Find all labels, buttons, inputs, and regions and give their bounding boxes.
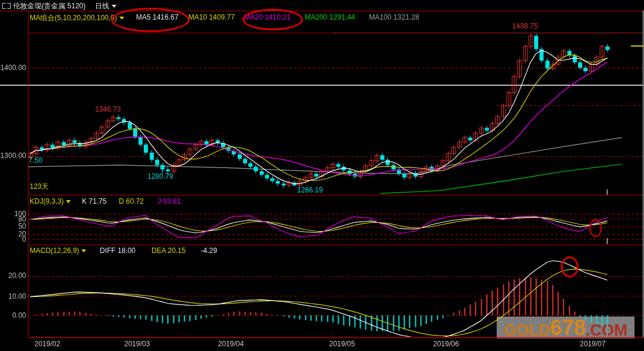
kdj-j-value: J 93.81 — [157, 197, 181, 205]
instrument-title: 伦敦金现(贵金属 5120) — [13, 1, 86, 11]
price-tag-mar-low: 1280.79 — [147, 172, 173, 181]
x-axis-label-mar: 2019/03 — [124, 340, 150, 348]
ma100-value: MA100 1321.28 — [369, 13, 419, 21]
period-selector[interactable]: 日线 — [95, 1, 116, 11]
macd-axis-10: 10.00 — [0, 292, 26, 301]
kdj-selector[interactable]: KDJ(9,3,3) — [30, 197, 71, 205]
trading-app-window: GOLD678.COM 伦敦金现(贵金属 5120) 日线 MA组合(5,10,… — [0, 0, 644, 351]
y-axis-label-1300: 1300.00 — [0, 151, 26, 160]
ma-group-selector[interactable]: MA组合(5,10,20,200,100,0) — [30, 13, 124, 23]
x-axis-label-may: 2019/05 — [329, 340, 355, 348]
chevron-down-icon — [112, 5, 116, 8]
macd-dea-value: DEA 20.15 — [151, 246, 185, 255]
annotation-ellipse-ma5 — [111, 8, 190, 32]
kdj-axis-50: 50 — [0, 222, 26, 230]
macd-axis-20: 20.00 — [0, 271, 26, 280]
macd-diff-value: DIFF 18.00 — [100, 246, 135, 255]
x-axis-label-feb: 2019/02 — [34, 340, 60, 348]
price-tag-feb-high: 1346.73 — [95, 105, 121, 113]
days-count-label: 123天 — [30, 182, 49, 192]
price-tag-period-high: 1438.75 — [512, 22, 538, 30]
ma10-value: MA10 1409.77 — [188, 13, 235, 21]
kdj-axis-0: 0 — [0, 235, 26, 244]
ma200-value: MA200 1291.44 — [305, 13, 355, 21]
x-axis-label-jul: 2019/07 — [580, 340, 605, 348]
kdj-k-value: K 71.75 — [82, 197, 106, 205]
chart-canvas[interactable] — [0, 0, 644, 351]
annotation-ellipse-macd — [561, 257, 579, 277]
price-tag-apr-low: 1266.19 — [297, 186, 323, 194]
price-tag-left-edge: 7.50 — [29, 156, 42, 165]
annotation-ellipse-ma20 — [242, 9, 303, 30]
x-axis-label-apr: 2019/04 — [218, 340, 244, 348]
annotation-ellipse-kdj — [589, 219, 602, 237]
macd-selector[interactable]: MACD(12,26,9) — [30, 246, 86, 255]
x-axis-label-jun: 2019/06 — [433, 340, 459, 348]
macd-axis-0: 0.00 — [0, 311, 26, 320]
chevron-down-icon — [66, 200, 71, 203]
y-axis-label-1400: 1400.00 — [0, 64, 26, 72]
kdj-d-value: D 60.72 — [119, 197, 144, 205]
chevron-down-icon — [81, 249, 86, 252]
link-icon — [2, 3, 11, 8]
macd-bar-value: -4.29 — [201, 246, 217, 255]
